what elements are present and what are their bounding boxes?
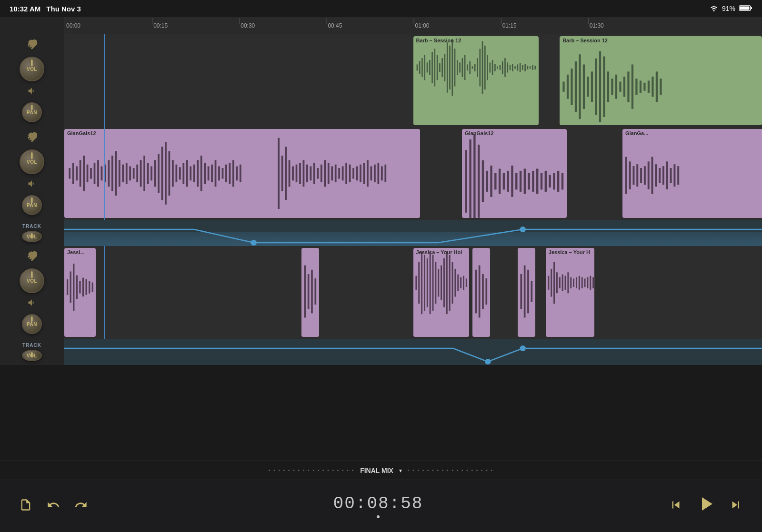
svg-rect-148 bbox=[360, 165, 361, 182]
track-2-auto-controls: TRACK VOL bbox=[0, 220, 64, 246]
clip-jessica-2[interactable] bbox=[301, 248, 319, 337]
svg-rect-107 bbox=[179, 167, 181, 179]
svg-rect-217 bbox=[435, 262, 436, 304]
svg-rect-218 bbox=[438, 269, 439, 297]
wrench-icon-2[interactable] bbox=[27, 132, 37, 145]
rewind-button[interactable] bbox=[669, 498, 683, 515]
svg-rect-65 bbox=[619, 82, 621, 92]
clip-jessica-6[interactable]: Jessica – Your H bbox=[546, 248, 595, 337]
svg-rect-244 bbox=[567, 272, 569, 293]
svg-rect-103 bbox=[165, 142, 167, 205]
svg-rect-40 bbox=[509, 65, 511, 70]
svg-rect-96 bbox=[140, 160, 142, 187]
transport-bar: 00:08:58 bbox=[0, 480, 762, 532]
svg-rect-17 bbox=[451, 39, 453, 96]
svg-rect-219 bbox=[441, 266, 442, 300]
svg-rect-123 bbox=[236, 166, 238, 180]
svg-rect-155 bbox=[384, 165, 386, 182]
svg-rect-142 bbox=[338, 168, 340, 178]
timecode-dot bbox=[377, 515, 380, 518]
svg-rect-187 bbox=[652, 157, 653, 194]
svg-rect-30 bbox=[484, 46, 485, 89]
svg-rect-156 bbox=[465, 150, 467, 213]
pan-knob-2[interactable]: PAN bbox=[22, 195, 42, 215]
track-auto-knob-3[interactable]: VOL bbox=[22, 350, 42, 361]
redo-icon[interactable] bbox=[74, 498, 88, 514]
wrench-icon-3[interactable] bbox=[27, 251, 37, 264]
svg-rect-32 bbox=[489, 62, 491, 72]
clip-jessica-1-label: Jessi... bbox=[67, 249, 85, 255]
clip-jessica-3[interactable]: Jessica – Your Hoi bbox=[413, 248, 469, 337]
svg-rect-165 bbox=[503, 173, 505, 189]
svg-rect-215 bbox=[429, 251, 431, 314]
svg-rect-75 bbox=[660, 79, 662, 95]
svg-rect-36 bbox=[499, 65, 501, 70]
final-mix-bar[interactable]: • • • • • • • • • • • • • • • • • • FINA… bbox=[0, 461, 762, 480]
svg-rect-237 bbox=[548, 276, 549, 290]
speaker-icon-2[interactable] bbox=[27, 179, 37, 190]
fast-forward-button[interactable] bbox=[729, 498, 743, 515]
svg-rect-151 bbox=[371, 166, 372, 180]
svg-rect-13 bbox=[441, 58, 443, 77]
svg-rect-223 bbox=[451, 262, 453, 304]
clip-jessica-1[interactable]: Jessi... bbox=[64, 248, 96, 337]
svg-rect-18 bbox=[454, 49, 455, 86]
speaker-icon-3[interactable] bbox=[27, 298, 37, 309]
clip-giangals-2[interactable]: GianGals12 bbox=[462, 129, 567, 218]
track-label-auto-3: TRACK bbox=[22, 343, 41, 348]
svg-rect-34 bbox=[494, 64, 496, 71]
svg-rect-12 bbox=[439, 63, 441, 72]
track-3-auto-controls: TRACK VOL bbox=[0, 339, 64, 365]
svg-rect-111 bbox=[193, 165, 195, 182]
undo-icon[interactable] bbox=[47, 498, 60, 514]
svg-rect-117 bbox=[215, 160, 217, 187]
playhead-3 bbox=[104, 246, 105, 339]
speaker-icon-1[interactable] bbox=[27, 86, 37, 98]
svg-rect-37 bbox=[501, 61, 503, 74]
svg-rect-35 bbox=[497, 66, 498, 69]
timecode: 00:08:58 bbox=[333, 494, 423, 513]
svg-rect-225 bbox=[457, 275, 459, 291]
track-auto-knob-2[interactable]: VOL bbox=[22, 231, 42, 242]
playhead-2 bbox=[104, 127, 105, 220]
svg-rect-250 bbox=[584, 278, 585, 287]
wrench-icon-1[interactable] bbox=[27, 39, 37, 52]
clip-barb-2[interactable]: Barb – Session 12 bbox=[560, 36, 762, 125]
svg-rect-92 bbox=[126, 163, 128, 184]
svg-rect-108 bbox=[182, 163, 184, 184]
vol-knob-1[interactable]: VOL bbox=[20, 57, 44, 81]
clip-giangals-3[interactable]: GianGa... bbox=[622, 129, 762, 218]
svg-rect-249 bbox=[582, 277, 583, 288]
svg-rect-5 bbox=[421, 58, 423, 77]
final-mix-chevron[interactable]: ▾ bbox=[399, 467, 402, 474]
file-icon[interactable] bbox=[19, 498, 32, 514]
svg-rect-70 bbox=[640, 80, 642, 92]
svg-rect-19 bbox=[456, 60, 458, 75]
clip-barb-1[interactable]: Barb – Session 12 bbox=[413, 36, 539, 125]
svg-rect-214 bbox=[426, 258, 428, 307]
svg-rect-66 bbox=[623, 77, 625, 97]
svg-rect-176 bbox=[549, 175, 551, 187]
track-3-auto-content bbox=[64, 339, 762, 365]
tracks-container: VOL PAN Barb – Session 12 bbox=[0, 34, 762, 480]
svg-rect-28 bbox=[479, 49, 481, 86]
clip-jessica-5[interactable] bbox=[518, 248, 535, 337]
svg-rect-235 bbox=[527, 270, 529, 314]
svg-rect-159 bbox=[478, 145, 480, 218]
svg-rect-15 bbox=[446, 42, 448, 92]
clip-jessica-4[interactable] bbox=[472, 248, 490, 337]
clip-giangals-1[interactable]: GianGals12 bbox=[64, 129, 420, 218]
vol-knob-2[interactable]: VOL bbox=[20, 149, 44, 174]
svg-rect-177 bbox=[553, 173, 555, 189]
battery-percent: 91% bbox=[722, 5, 735, 12]
clip-giangals-2-label: GianGals12 bbox=[465, 130, 494, 136]
svg-rect-190 bbox=[662, 166, 664, 185]
play-button[interactable] bbox=[694, 493, 717, 520]
svg-rect-149 bbox=[363, 163, 365, 184]
svg-rect-209 bbox=[315, 278, 317, 305]
svg-rect-126 bbox=[281, 156, 283, 191]
pan-knob-3[interactable]: PAN bbox=[22, 314, 42, 334]
vol-knob-3[interactable]: VOL bbox=[20, 268, 44, 293]
pan-knob-1[interactable]: PAN bbox=[22, 102, 42, 122]
svg-rect-248 bbox=[579, 276, 580, 290]
